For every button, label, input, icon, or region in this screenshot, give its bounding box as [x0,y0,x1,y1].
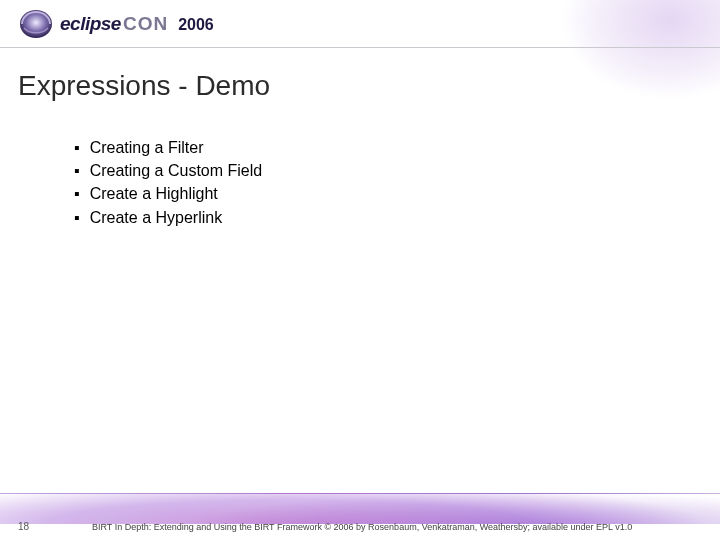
list-item: Creating a Filter [74,136,720,159]
list-item: Create a Hyperlink [74,206,720,229]
footer: 18 BIRT In Depth: Extending and Using th… [0,494,720,540]
page-number: 18 [18,521,29,532]
header-rule [0,47,720,48]
eclipse-swirl-icon [18,7,54,41]
brand-year: 2006 [178,16,214,34]
header-bar: eclipse CON 2006 [0,0,720,48]
svg-point-0 [20,10,52,38]
decorative-footer-wave [0,493,720,524]
brand-con: CON [123,13,168,35]
bullet-list: Creating a Filter Creating a Custom Fiel… [74,136,720,229]
slide-title: Expressions - Demo [18,70,720,102]
footer-copyright: BIRT In Depth: Extending and Using the B… [92,522,710,532]
brand-eclipse: eclipse [60,13,121,35]
list-item: Creating a Custom Field [74,159,720,182]
list-item: Create a Highlight [74,182,720,205]
brand-text: eclipse CON 2006 [60,13,214,35]
